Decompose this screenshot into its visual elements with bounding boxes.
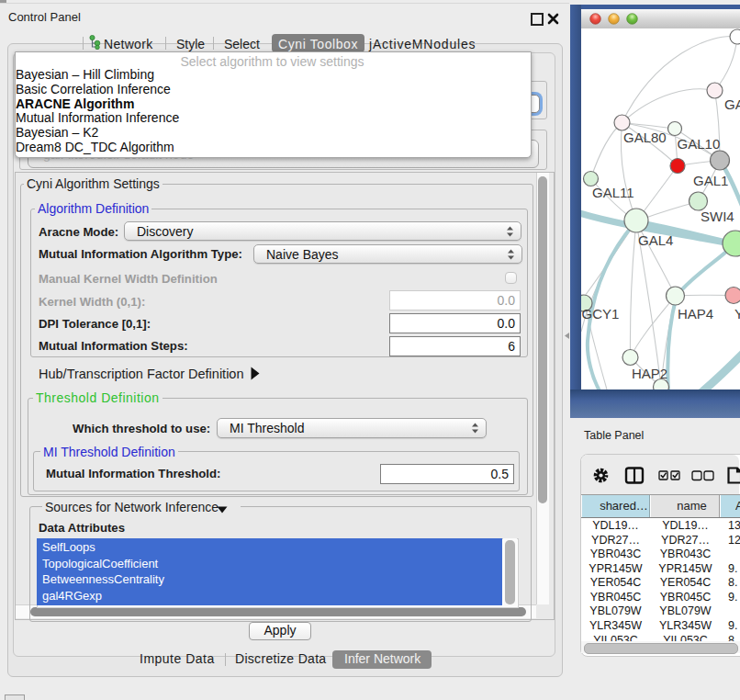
svg-text:GAL11: GAL11 — [592, 185, 634, 200]
svg-text:GAL4: GAL4 — [638, 232, 673, 248]
svg-text:GAL80: GAL80 — [623, 130, 667, 145]
svg-text:GCY1: GCY1 — [582, 306, 620, 322]
svg-text:SWI4: SWI4 — [701, 209, 734, 224]
svg-text:HAP2: HAP2 — [632, 366, 667, 381]
svg-text:Y: Y — [734, 306, 740, 322]
svg-text:HAP4: HAP4 — [678, 306, 713, 322]
svg-text:GAL: GAL — [724, 96, 740, 112]
svg-text:GAL10: GAL10 — [678, 136, 721, 152]
svg-text:GAL1: GAL1 — [693, 173, 728, 188]
